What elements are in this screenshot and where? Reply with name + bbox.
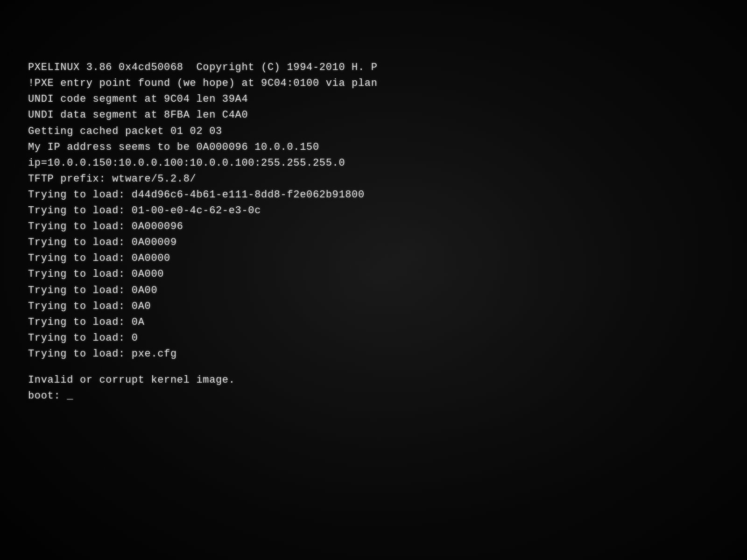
terminal-line-5: My IP address seems to be 0A000096 10.0.… [28,140,378,155]
screen: PXELINUX 3.86 0x4cd50068 Copyright (C) 1… [0,0,747,560]
terminal-line-1: !PXE entry point found (we hope) at 9C04… [28,76,378,91]
terminal-line-12: Trying to load: 0A0000 [28,251,378,266]
terminal-line-20: Invalid or corrupt kernel image. [28,372,378,388]
terminal-line-18: Trying to load: pxe.cfg [28,346,378,362]
terminal-output: PXELINUX 3.86 0x4cd50068 Copyright (C) 1… [28,28,378,404]
terminal-line-6: ip=10.0.0.150:10.0.0.100:10.0.0.100:255.… [28,155,378,171]
terminal-line-11: Trying to load: 0A00009 [28,235,378,251]
terminal-line-21: boot: _ [28,388,378,404]
terminal-line-0: PXELINUX 3.86 0x4cd50068 Copyright (C) 1… [28,60,378,76]
terminal-line-3: UNDI data segment at 8FBA len C4A0 [28,107,378,123]
terminal-line-16: Trying to load: 0A [28,315,378,330]
terminal-line-15: Trying to load: 0A0 [28,299,378,315]
terminal-line-9: Trying to load: 01-00-e0-4c-62-e3-0c [28,203,378,219]
terminal-line-14: Trying to load: 0A00 [28,283,378,299]
terminal-line-8: Trying to load: d44d96c6-4b61-e111-8dd8-… [28,187,378,203]
terminal-line-4: Getting cached packet 01 02 03 [28,124,378,140]
terminal-line-2: UNDI code segment at 9C04 len 39A4 [28,91,378,107]
terminal-line-19 [28,362,378,372]
terminal-line-13: Trying to load: 0A000 [28,266,378,282]
terminal-line-10: Trying to load: 0A000096 [28,219,378,235]
terminal-line-7: TFTP prefix: wtware/5.2.8/ [28,171,378,187]
terminal-line-17: Trying to load: 0 [28,330,378,346]
